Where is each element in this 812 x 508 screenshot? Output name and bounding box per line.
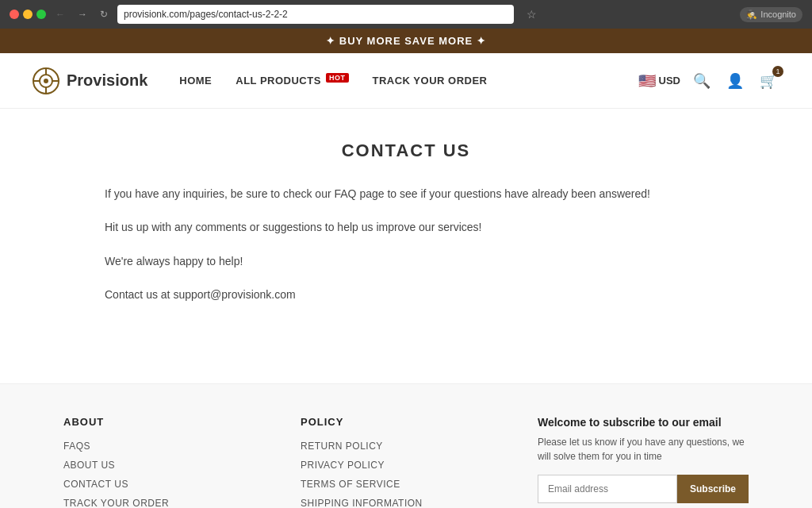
hot-badge: HOT (326, 73, 349, 83)
footer-link-terms[interactable]: TERMS OF SERVICE (301, 479, 506, 490)
currency-selector[interactable]: 🇺🇸 USD (638, 72, 680, 90)
nav-home[interactable]: HOME (179, 75, 212, 87)
contact-paragraph-2: Hit us up with any comments or suggestio… (105, 218, 707, 236)
minimize-btn[interactable] (23, 10, 33, 19)
contact-paragraph-1: If you have any inquiries, be sure to ch… (105, 185, 707, 202)
forward-arrow[interactable]: → (75, 7, 90, 21)
header-actions: 🇺🇸 USD 🔍 👤 🛒 1 (638, 69, 780, 93)
url-text: provisionk.com/pages/contact-us-2-2-2 (124, 9, 288, 20)
email-input[interactable] (538, 475, 677, 503)
contact-paragraph-4: Contact us at support@provisionk.com (105, 286, 707, 303)
footer-about-section: ABOUT FAQS ABOUT US CONTACT US TRACK YOU… (63, 416, 269, 508)
footer-policy-section: POLICY RETURN POLICY PRIVACY POLICY TERM… (301, 416, 506, 508)
nav-all-products-label: ALL PRODUCTS (236, 75, 321, 87)
site-footer: ABOUT FAQS ABOUT US CONTACT US TRACK YOU… (0, 383, 812, 508)
subscribe-button[interactable]: Subscribe (677, 475, 749, 503)
footer-policy-title: POLICY (301, 416, 506, 428)
main-content: CONTACT US If you have any inquiries, be… (89, 109, 723, 383)
footer-link-return-policy[interactable]: RETURN POLICY (301, 441, 506, 452)
promo-text: ✦ BUY MORE SAVE MORE ✦ (326, 35, 486, 47)
incognito-icon: 🕵 (746, 10, 757, 20)
close-btn[interactable] (10, 10, 19, 19)
flag-icon: 🇺🇸 (638, 72, 656, 90)
cart-button[interactable]: 🛒 1 (756, 69, 780, 93)
subscribe-subtext: Please let us know if you have any quest… (538, 435, 749, 464)
site-header: Provisionk HOME ALL PRODUCTS HOT TRACK Y… (0, 53, 812, 109)
bookmark-icon[interactable]: ☆ (527, 8, 537, 21)
footer-link-privacy-policy[interactable]: PRIVACY POLICY (301, 460, 506, 471)
contact-paragraph-3: We're always happy to help! (105, 252, 707, 270)
logo[interactable]: Provisionk (32, 67, 147, 95)
promo-bar[interactable]: ✦ BUY MORE SAVE MORE ✦ (0, 29, 812, 53)
logo-text: Provisionk (67, 71, 147, 90)
account-button[interactable]: 👤 (723, 69, 747, 93)
window-controls (10, 10, 46, 19)
address-bar[interactable]: provisionk.com/pages/contact-us-2-2-2 (117, 5, 514, 24)
footer-link-contact-us[interactable]: CONTACT US (63, 479, 269, 490)
cart-badge: 1 (772, 66, 783, 77)
svg-point-6 (44, 79, 48, 83)
footer-subscribe-section: Welcome to subscribe to our email Please… (538, 416, 749, 508)
subscribe-form: Subscribe (538, 475, 749, 503)
subscribe-title: Welcome to subscribe to our email (538, 416, 749, 429)
maximize-btn[interactable] (36, 10, 46, 19)
browser-chrome: ← → ↻ provisionk.com/pages/contact-us-2-… (0, 0, 812, 29)
nav-all-products[interactable]: ALL PRODUCTS HOT (236, 74, 348, 87)
refresh-button[interactable]: ↻ (97, 7, 111, 21)
incognito-indicator: 🕵 Incognito (740, 7, 802, 22)
footer-grid: ABOUT FAQS ABOUT US CONTACT US TRACK YOU… (63, 416, 749, 508)
logo-icon (32, 67, 60, 95)
footer-about-title: ABOUT (63, 416, 269, 428)
footer-link-shipping[interactable]: SHIPPING INFORMATION (301, 498, 506, 508)
page-title: CONTACT US (105, 140, 707, 161)
footer-link-track-order[interactable]: TRACK YOUR ORDER (63, 498, 269, 508)
incognito-label: Incognito (760, 10, 796, 19)
search-button[interactable]: 🔍 (690, 69, 714, 93)
back-arrow[interactable]: ← (52, 7, 68, 21)
footer-link-faqs[interactable]: FAQS (63, 441, 269, 452)
currency-label: USD (659, 75, 680, 87)
nav-track-order[interactable]: TRACK YOUR ORDER (373, 75, 488, 87)
footer-link-about-us[interactable]: ABOUT US (63, 460, 269, 471)
main-nav: HOME ALL PRODUCTS HOT TRACK YOUR ORDER (179, 74, 638, 87)
